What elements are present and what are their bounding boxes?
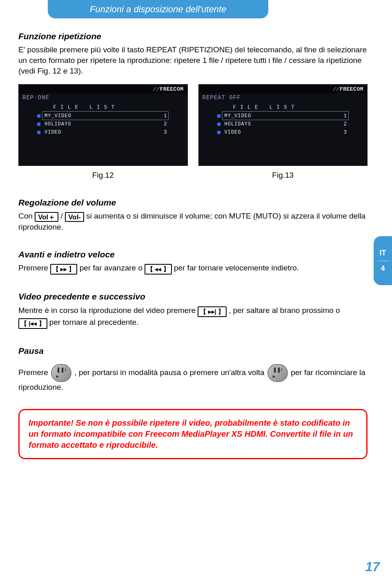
text: / (61, 212, 65, 220)
file-list-header: FILE LIST (233, 104, 298, 111)
text: per far avanzare o (80, 264, 145, 272)
file-num: 3 (344, 129, 351, 136)
text: Mentre è in corso la riproduzione del vi… (18, 306, 198, 315)
repeat-mode-label: REPEAT OFF (203, 94, 241, 102)
section-volume: Regolazione del volume Con Vol＋ / Vol- s… (18, 197, 368, 232)
text: Premere (18, 368, 50, 377)
freecom-logo: //FREECOM (153, 86, 184, 93)
file-row: MY_VIDEO 1 (217, 112, 352, 120)
file-num: 1 (164, 113, 171, 119)
file-num: 3 (164, 129, 171, 136)
important-body: Se non è possibile ripetere il video, pr… (29, 418, 353, 449)
text: , per portarsi in modalità pausa o preme… (74, 368, 266, 377)
freecom-logo: //FREECOM (333, 86, 363, 93)
side-tab: IT 4 (374, 236, 392, 285)
file-num: 2 (344, 121, 351, 127)
figure-caption-12: Fig.12 (18, 170, 188, 181)
button-rewind-icon: 【 ◂◂ 】 (145, 264, 172, 275)
text: , per saltare al brano prossimo o (229, 306, 340, 315)
repeat-mode-label: REP·ONE (22, 94, 49, 102)
file-name: VIDEO (45, 129, 164, 136)
body-fastforward: Premere 【 ▸▸ 】 per far avanzare o 【 ◂◂ 】… (18, 263, 368, 275)
logo-text: FREECOM (340, 86, 363, 92)
file-row: HOLIDAYS 2 (217, 120, 352, 128)
file-icon (37, 123, 40, 126)
file-num: 1 (344, 113, 351, 119)
body-pause: Premere ❚❚/▸ , per portarsi in modalità … (18, 364, 368, 393)
file-list-header: FILE LIST (53, 104, 118, 111)
file-icon (217, 131, 220, 134)
side-tab-divider (377, 261, 389, 261)
heading-skip: Video precedente e successivo (18, 291, 368, 302)
text: per tornare al precedente. (49, 318, 139, 326)
file-icon (37, 131, 40, 134)
file-name: MY_VIDEO (225, 113, 344, 119)
file-row: VIDEO 3 (37, 128, 172, 136)
file-name: VIDEO (225, 129, 344, 136)
button-vol-plus: Vol＋ (35, 212, 58, 222)
important-note-box: Importante! Se non è possibile ripetere … (18, 409, 368, 459)
file-name: MY_VIDEO (45, 113, 164, 119)
chapter-header-tab: Funzioni a disposizione dell'utente (48, 0, 268, 18)
file-icon (37, 114, 40, 118)
file-row: VIDEO 3 (217, 128, 352, 136)
file-num: 2 (164, 121, 171, 127)
text: per far tornare velocemente indietro. (174, 264, 299, 272)
side-tab-chapter: 4 (381, 264, 385, 273)
file-name: HOLIDAYS (45, 121, 164, 127)
file-name: HOLIDAYS (225, 121, 344, 127)
important-title: Importante! (29, 418, 74, 427)
text: Premere (18, 264, 50, 272)
button-pause-play-icon: ❚❚/▸ (267, 364, 288, 382)
file-row: HOLIDAYS 2 (37, 120, 172, 128)
pause-play-glyph: ❚❚/▸ (56, 366, 66, 380)
section-fastforward: Avanti e indietro veloce Premere 【 ▸▸ 】 … (18, 249, 368, 275)
figure-caption-13: Fig.13 (198, 170, 368, 181)
pause-play-glyph: ❚❚/▸ (273, 366, 282, 380)
heading-volume: Regolazione del volume (18, 197, 368, 208)
heading-repeat: Funzione ripetizione (18, 31, 368, 42)
figure-13-screenshot: //FREECOM REPEAT OFF FILE LIST MY_VIDEO … (198, 84, 368, 166)
chapter-header-title: Funzioni a disposizione dell'utente (90, 3, 226, 16)
logo-text: FREECOM (160, 86, 183, 92)
section-skip: Video precedente e successivo Mentre è i… (18, 291, 368, 328)
body-skip: Mentre è in corso la riproduzione del vi… (18, 305, 368, 329)
button-prev-track-icon: 【 |◂◂ 】 (18, 318, 47, 329)
side-tab-lang: IT (380, 248, 386, 258)
body-repeat: E' possibile premere più volte il tasto … (18, 45, 368, 76)
logo-accent: // (333, 86, 340, 92)
button-next-track-icon: 【 ▸▸| 】 (198, 306, 227, 317)
heading-fastforward: Avanti e indietro veloce (18, 249, 368, 260)
body-volume: Con Vol＋ / Vol- si aumenta o si diminuis… (18, 211, 368, 232)
file-row: MY_VIDEO 1 (37, 112, 172, 120)
page-number: 17 (365, 558, 380, 576)
file-icon (217, 114, 220, 118)
logo-accent: // (153, 86, 160, 92)
button-vol-minus: Vol- (65, 212, 84, 222)
heading-pause: Pausa (18, 345, 368, 357)
section-pause: Pausa Premere ❚❚/▸ , per portarsi in mod… (18, 345, 368, 393)
section-repeat: Funzione ripetizione E' possibile premer… (18, 31, 368, 181)
text: Con (18, 212, 35, 220)
file-icon (217, 123, 220, 126)
button-pause-play-icon: ❚❚/▸ (51, 364, 71, 382)
button-fastforward-icon: 【 ▸▸ 】 (50, 264, 77, 275)
figure-12-screenshot: //FREECOM REP·ONE FILE LIST MY_VIDEO 1 H… (18, 84, 188, 166)
